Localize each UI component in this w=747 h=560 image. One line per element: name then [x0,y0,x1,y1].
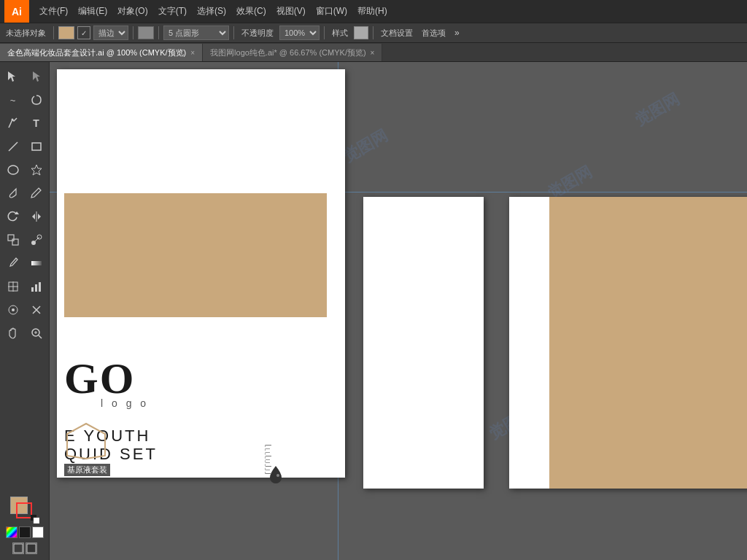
scissors-tool[interactable] [25,298,48,322]
doc-settings-btn[interactable]: 文档设置 [378,26,416,40]
artboard-2 [363,197,484,489]
screen-view-icon[interactable] [26,542,37,554]
reflect-tool[interactable] [25,205,48,228]
tool-row-9 [1,252,48,275]
pen-tool[interactable] [1,112,25,135]
svg-point-35 [276,474,279,477]
tool-row-12 [1,322,48,345]
preferences-btn[interactable]: 首选项 [419,26,449,40]
color-mode-row [6,526,44,538]
default-colors-icon[interactable] [31,513,39,522]
svg-point-24 [12,308,15,311]
blend-tool[interactable] [25,228,48,252]
rotate-tool[interactable] [1,205,25,228]
opacity-select[interactable]: 100% [279,26,320,40]
beige-rect-3 [549,197,747,489]
title-bar: Ai 文件(F) 编辑(E) 对象(O) 文字(T) 选择(S) 效果(C) 视… [0,0,747,23]
svg-line-3 [9,142,18,151]
svg-point-2 [11,119,13,121]
artboard-1: GO l o g o E YOUTH QUID SET 基原液套装 [57,69,345,478]
toolbar-sep-3 [158,26,159,39]
toolbar-sep-5 [324,26,325,39]
svg-marker-6 [31,165,42,175]
menu-edit[interactable]: 编辑(E) [74,4,112,19]
stroke-checkbox[interactable]: ✓ [77,26,90,39]
toolbox: ~ T [0,62,50,560]
watermark-12: 觉图网 [631,88,684,131]
ai-logo: Ai [4,0,29,23]
logo-go-text: GO [64,354,135,404]
svg-rect-4 [32,143,41,150]
menu-object[interactable]: 对象(O) [113,4,152,19]
menu-window[interactable]: 窗口(W) [311,4,352,19]
tab-document-1[interactable]: 金色高端化妆品套盒设计.ai @ 100% (CMYK/预览) × [0,44,203,61]
mesh-tool[interactable] [1,275,25,298]
toolbar-sep-2 [133,26,133,39]
svg-rect-20 [31,287,34,292]
menu-view[interactable]: 视图(V) [272,4,310,19]
tab-close-2[interactable]: × [371,49,375,57]
symbol-tool[interactable] [1,298,25,322]
tab-label-1: 金色高端化妆品套盒设计.ai @ 100% (CMYK/预览) [7,47,186,58]
star-tool[interactable] [25,158,48,182]
select-tool[interactable] [1,65,25,88]
black-mode-icon[interactable] [19,526,31,538]
ellipse-tool[interactable] [1,158,25,182]
tab-label-2: 我图网logo纯色.ai* @ 66.67% (CMYK/预览) [210,47,366,58]
stroke-color-swatch[interactable] [58,26,74,39]
zoom-tool[interactable] [25,322,48,345]
white-mode-icon[interactable] [32,526,44,538]
menu-help[interactable]: 帮助(H) [353,4,392,19]
type-tool[interactable]: T [25,112,48,135]
tool-row-6 [1,182,48,205]
svg-rect-11 [8,235,14,241]
normal-view-icon[interactable] [12,542,24,554]
menu-text[interactable]: 文字(T) [154,4,191,19]
arrow-right-icon[interactable]: » [454,28,460,38]
canvas-area[interactable]: 觉图网 觉图网 觉图网 觉图网 觉图网 觉图网 觉图网 觉图网 觉图网 觉图网 … [50,62,747,560]
svg-point-5 [8,166,18,174]
tool-row-7 [1,205,48,228]
lasso-tool[interactable] [25,88,48,112]
stroke-type-select[interactable]: 5 点圆形 [163,26,229,40]
gradient-tool[interactable] [25,252,48,275]
pencil-tool[interactable] [25,182,48,205]
tab-close-1[interactable]: × [190,49,195,57]
hand-tool[interactable] [1,322,25,345]
svg-line-15 [34,237,39,243]
style-swatch [354,26,368,39]
tab-document-2[interactable]: 我图网logo纯色.ai* @ 66.67% (CMYK/预览) × [203,44,382,61]
eyedropper-tool[interactable] [1,252,25,275]
hexagon-shape [64,422,108,463]
toolbar-sep-4 [233,26,234,39]
rect-tool[interactable] [25,135,48,158]
artboard-3 [509,197,747,489]
svg-rect-21 [35,284,37,292]
menu-file[interactable]: 文件(F) [35,4,72,19]
brush-tool[interactable] [1,182,25,205]
color-mode-icon[interactable] [6,526,18,538]
drop-icon [268,464,283,487]
beige-rect-1 [64,193,327,317]
tool-row-5 [1,158,48,182]
tool-row-1 [1,65,48,88]
svg-line-28 [39,335,42,338]
toolbar-sep-6 [373,26,374,39]
tool-row-8 [1,228,48,252]
view-mode-row [12,542,37,554]
graph-tool[interactable] [25,275,48,298]
svg-rect-34 [27,544,36,553]
warp-tool[interactable]: ~ [1,88,25,112]
menu-select[interactable]: 选择(S) [193,4,231,19]
line-tool[interactable] [1,135,25,158]
tool-mode-select[interactable]: 描边 [93,26,128,40]
svg-rect-22 [39,282,41,292]
menu-effect[interactable]: 效果(C) [232,4,271,19]
direct-select-tool[interactable] [25,65,48,88]
tool-row-3: T [1,112,48,135]
stroke-swatch[interactable] [16,502,32,518]
svg-marker-10 [38,214,41,219]
scale-tool[interactable] [1,228,25,252]
svg-rect-33 [14,544,23,553]
ruler-ticks [265,445,266,474]
